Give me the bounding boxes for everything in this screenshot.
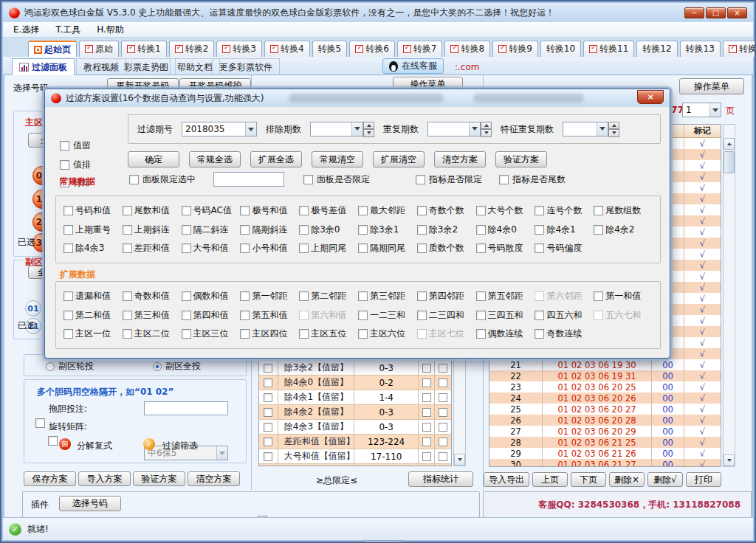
scheme-button[interactable]: 导入方案 <box>78 471 131 486</box>
checkbox-icon[interactable] <box>594 311 603 320</box>
criteria-row[interactable]: 除4余0【值留】 0-2 <box>259 376 451 390</box>
checkbox-icon[interactable] <box>535 291 544 301</box>
checkbox-icon[interactable] <box>240 225 250 235</box>
result-row[interactable]: 30 01 02 03 06 21 27 00 √ <box>489 459 721 467</box>
conversion-tab[interactable]: 转换6 <box>349 41 395 57</box>
checkbox-icon[interactable] <box>240 243 250 253</box>
checkbox-icon[interactable] <box>299 243 309 253</box>
panel-select-checkbox[interactable]: 面板限定选中 <box>129 173 196 186</box>
checkbox-icon[interactable] <box>299 206 309 215</box>
regular-data-checkbox[interactable]: 上期斜连 <box>123 224 182 236</box>
results-button[interactable]: 上页 <box>532 472 568 487</box>
criteria-row[interactable]: 除3余2【值留】 0-3 <box>259 361 451 376</box>
checkbox-icon[interactable] <box>417 206 427 215</box>
regular-data-checkbox[interactable]: 极号和值 <box>240 204 299 217</box>
dialog-button[interactable]: 扩展清空 <box>373 151 425 167</box>
total-limit-max-select[interactable] <box>365 540 403 543</box>
extended-data-checkbox[interactable]: 主区四位 <box>240 328 299 340</box>
criteria-checkbox[interactable] <box>264 364 272 373</box>
extended-data-checkbox[interactable]: 主区六位 <box>358 328 417 340</box>
criteria-row[interactable]: 除4余3【值留】 0-3 <box>259 420 451 435</box>
drag-bet-input[interactable] <box>144 401 228 415</box>
criteria-flag2-checkbox[interactable] <box>439 452 447 461</box>
checkbox-icon[interactable] <box>535 206 544 215</box>
checkbox-icon[interactable] <box>299 291 309 301</box>
extended-data-checkbox[interactable]: 偶数和值 <box>182 290 241 302</box>
checkbox-icon[interactable] <box>123 291 132 301</box>
dropdown-arrow-icon[interactable] <box>709 103 721 117</box>
result-row[interactable]: 22 01 02 03 06 19 31 00 √ <box>489 370 721 381</box>
sub-full-radio[interactable]: 副区全投 <box>153 360 201 373</box>
online-service-button[interactable]: 在线客服 <box>382 58 444 74</box>
results-button[interactable]: 删除√ <box>647 472 683 487</box>
dialog-button[interactable]: 验证方案 <box>495 151 547 167</box>
rotate-matrix-checkbox[interactable] <box>48 436 58 446</box>
tab-filter-panel[interactable]: 过滤面板 <box>12 58 75 75</box>
checkbox-icon[interactable] <box>182 225 191 235</box>
extended-data-checkbox[interactable]: 第一和值 <box>594 290 653 302</box>
menu-item[interactable]: H.帮助 <box>91 22 134 38</box>
dialog-button[interactable]: 常规全选 <box>189 151 241 167</box>
criteria-checkbox[interactable] <box>264 378 272 387</box>
dropdown-arrow-icon[interactable] <box>597 122 608 136</box>
regular-data-checkbox[interactable]: 隔期同尾 <box>358 242 417 255</box>
checkbox-icon[interactable] <box>417 243 427 253</box>
checkbox-icon[interactable] <box>123 243 132 253</box>
checkbox-icon[interactable] <box>182 206 191 215</box>
scrollbar-thumb[interactable] <box>724 151 735 173</box>
result-row[interactable]: 25 01 02 03 06 20 27 00 √ <box>489 404 721 415</box>
extended-data-checkbox[interactable]: 第四邻距 <box>417 290 476 302</box>
conversion-tab[interactable]: 转换1 <box>121 41 167 57</box>
radio-selected-icon[interactable] <box>153 362 162 371</box>
regular-data-checkbox[interactable]: 除3余2 <box>417 224 476 236</box>
checkbox-icon[interactable] <box>535 243 544 253</box>
results-button[interactable]: 打印 <box>686 472 721 487</box>
checkbox-icon[interactable] <box>299 311 309 320</box>
conversion-tab[interactable]: 转换9 <box>492 41 538 57</box>
criteria-checkbox[interactable] <box>264 393 272 402</box>
regular-data-checkbox[interactable]: 除4余1 <box>535 224 594 236</box>
sub-rotate-radio[interactable]: 副区轮投 <box>46 360 94 373</box>
minimize-button[interactable]: − <box>684 7 704 18</box>
checkbox-icon[interactable] <box>358 311 368 320</box>
decompose-label[interactable]: 分解复式 <box>77 440 112 452</box>
drag-bet-checkbox[interactable] <box>35 418 45 428</box>
regular-data-checkbox[interactable]: 极号差值 <box>299 204 358 217</box>
extended-data-checkbox[interactable]: 遗漏和值 <box>63 290 123 302</box>
extended-data-checkbox[interactable]: 四五六和 <box>535 309 594 322</box>
conversion-tab[interactable]: 转换5 <box>312 41 348 57</box>
panel-select-input[interactable] <box>213 172 284 187</box>
extended-data-checkbox[interactable]: 第六和值 <box>299 309 358 322</box>
checkbox-icon[interactable] <box>476 291 486 301</box>
repeat-periods-select[interactable] <box>427 122 481 136</box>
checkbox-icon[interactable] <box>240 329 250 339</box>
criteria-flag1-checkbox[interactable] <box>422 423 431 432</box>
indicator-tail-checkbox[interactable]: 指标是否尾数 <box>499 173 566 186</box>
checkbox-icon[interactable] <box>63 243 73 253</box>
feature-repeat-select[interactable] <box>563 122 608 136</box>
checkbox-icon[interactable] <box>417 311 427 320</box>
regular-data-checkbox[interactable]: 号码AC值 <box>182 204 241 217</box>
extended-data-checkbox[interactable]: 第三邻距 <box>358 290 417 302</box>
extended-data-checkbox[interactable]: 主区三位 <box>182 328 241 340</box>
conversion-tab[interactable]: 转换14 <box>723 41 756 57</box>
dialog-mode-checkbox[interactable]: 值留 <box>60 139 91 152</box>
result-row[interactable]: 26 01 02 03 06 20 28 00 √ <box>489 415 721 426</box>
extended-data-checkbox[interactable]: 奇数和值 <box>123 290 182 302</box>
checkbox-icon[interactable] <box>299 225 309 235</box>
checkbox-icon[interactable] <box>63 206 73 215</box>
extended-data-checkbox[interactable]: 主区一位 <box>63 328 123 340</box>
panel-limit-checkbox[interactable]: 面板是否限定 <box>303 173 370 186</box>
indicator-stats-button[interactable]: 指标统计 <box>408 471 473 487</box>
checkbox-icon[interactable] <box>358 243 368 253</box>
checkbox-icon[interactable] <box>358 291 368 301</box>
repeat-periods-spinner[interactable] <box>481 122 492 137</box>
feature-repeat-spinner[interactable] <box>608 122 619 137</box>
criteria-flag2-checkbox[interactable] <box>439 423 447 432</box>
checkbox-icon[interactable] <box>476 311 486 320</box>
regular-data-checkbox[interactable]: 最大邻距 <box>358 204 417 217</box>
extended-data-checkbox[interactable]: 主区五位 <box>299 328 358 340</box>
extended-data-checkbox[interactable]: 第一邻距 <box>240 290 299 302</box>
checkbox-icon[interactable] <box>535 311 544 320</box>
extended-data-checkbox[interactable]: 第五邻距 <box>476 290 535 302</box>
